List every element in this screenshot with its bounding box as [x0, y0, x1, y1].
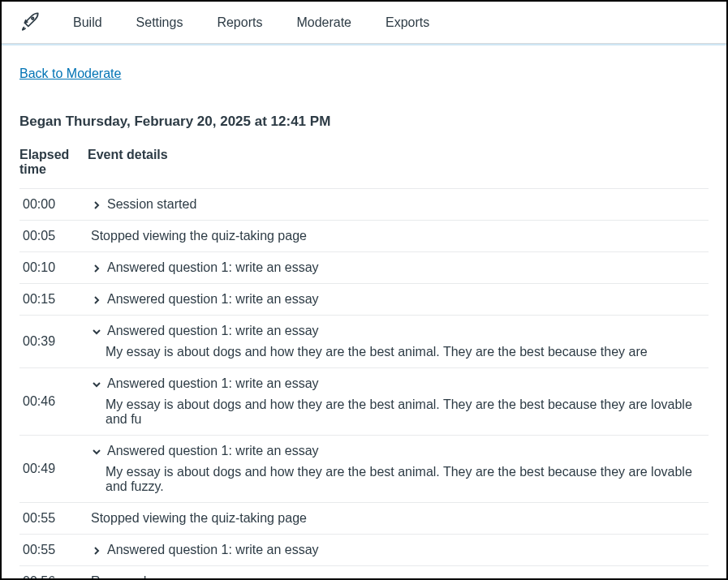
event-title: Answered question 1: write an essay	[107, 260, 319, 275]
table-row: 00:55Answered question 1: write an essay	[19, 535, 709, 566]
chevron-right-icon[interactable]	[91, 545, 102, 556]
elapsed-time-cell: 00:15	[19, 284, 88, 316]
rocket-icon	[19, 11, 41, 35]
chevron-down-icon[interactable]	[91, 379, 102, 390]
main-content: Back to Moderate Began Thursday, Februar…	[2, 44, 726, 580]
table-row: 00:56Resumed	[19, 566, 709, 581]
chevron-right-icon[interactable]	[91, 200, 102, 211]
event-title: Resumed	[91, 574, 146, 580]
event-title: Stopped viewing the quiz-taking page	[91, 511, 307, 526]
elapsed-time-cell: 00:46	[19, 368, 88, 436]
app-logo	[2, 11, 58, 35]
elapsed-time-cell: 00:55	[19, 535, 88, 566]
elapsed-time-cell: 00:05	[19, 221, 88, 252]
event-expanded-detail: My essay is about dogs and how they are …	[106, 397, 705, 427]
table-row: 00:00Session started	[19, 189, 709, 221]
event-details-cell: Session started	[88, 189, 709, 221]
chevron-right-icon[interactable]	[91, 263, 102, 274]
elapsed-time-cell: 00:39	[19, 316, 88, 368]
event-details-cell: Answered question 1: write an essay	[88, 284, 709, 316]
col-header-elapsed-time: Elapsed time	[19, 141, 88, 189]
table-row: 00:49Answered question 1: write an essay…	[19, 436, 709, 503]
chevron-down-icon[interactable]	[91, 446, 102, 458]
nav-build[interactable]: Build	[73, 15, 102, 30]
event-details-cell: Stopped viewing the quiz-taking page	[88, 221, 709, 252]
event-details-cell: Answered question 1: write an essayMy es…	[88, 368, 709, 436]
elapsed-time-cell: 00:49	[19, 436, 88, 503]
event-title: Session started	[107, 197, 196, 212]
nav-reports[interactable]: Reports	[217, 15, 262, 30]
event-title: Answered question 1: write an essay	[107, 292, 319, 307]
table-row: 00:46Answered question 1: write an essay…	[19, 368, 709, 436]
table-row: 00:55Stopped viewing the quiz-taking pag…	[19, 503, 709, 535]
event-details-cell: Resumed	[88, 566, 709, 581]
table-row: 00:10Answered question 1: write an essay	[19, 252, 709, 284]
nav-settings[interactable]: Settings	[136, 15, 183, 30]
event-details-cell: Answered question 1: write an essay	[88, 535, 709, 566]
event-details-cell: Answered question 1: write an essayMy es…	[88, 316, 709, 368]
svg-point-0	[32, 17, 34, 19]
event-log-table: Elapsed time Event details 00:00Session …	[19, 141, 709, 580]
col-header-event-details: Event details	[88, 141, 709, 189]
table-row: 00:15Answered question 1: write an essay	[19, 284, 709, 316]
event-details-cell: Answered question 1: write an essayMy es…	[88, 436, 709, 503]
nav-moderate[interactable]: Moderate	[296, 15, 351, 30]
chevron-right-icon[interactable]	[91, 294, 102, 306]
event-expanded-detail: My essay is about dogs and how they are …	[106, 345, 705, 359]
elapsed-time-cell: 00:56	[19, 566, 88, 581]
elapsed-time-cell: 00:55	[19, 503, 88, 535]
elapsed-time-cell: 00:10	[19, 252, 88, 284]
event-title: Answered question 1: write an essay	[107, 543, 319, 557]
back-to-moderate-link[interactable]: Back to Moderate	[19, 67, 121, 80]
nav-exports[interactable]: Exports	[386, 15, 429, 30]
table-row: 00:05Stopped viewing the quiz-taking pag…	[19, 221, 709, 252]
top-nav-bar: BuildSettingsReportsModerateExports	[2, 2, 726, 44]
event-title: Answered question 1: write an essay	[107, 324, 319, 338]
event-expanded-detail: My essay is about dogs and how they are …	[106, 465, 705, 494]
event-title: Stopped viewing the quiz-taking page	[91, 229, 307, 243]
event-title: Answered question 1: write an essay	[107, 376, 319, 391]
table-row: 00:39Answered question 1: write an essay…	[19, 316, 709, 368]
event-details-cell: Stopped viewing the quiz-taking page	[88, 503, 709, 535]
session-began-text: Began Thursday, February 20, 2025 at 12:…	[19, 114, 709, 130]
nav-links: BuildSettingsReportsModerateExports	[58, 15, 429, 30]
chevron-down-icon[interactable]	[91, 326, 102, 337]
event-title: Answered question 1: write an essay	[107, 444, 319, 458]
event-details-cell: Answered question 1: write an essay	[88, 252, 709, 284]
elapsed-time-cell: 00:00	[19, 189, 88, 221]
